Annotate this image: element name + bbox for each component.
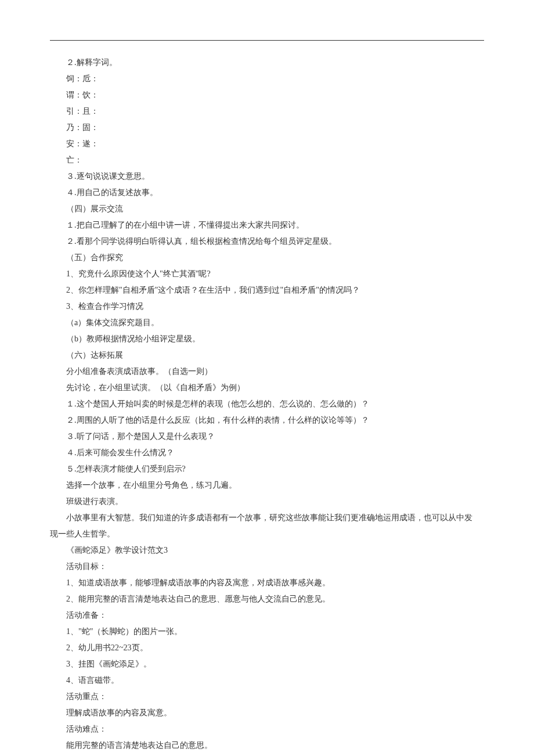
body-text: （b）教师根据情况给小组评定星级。 bbox=[50, 331, 484, 347]
body-text: ４.后来可能会发生什么情况？ bbox=[50, 445, 484, 461]
body-text: （a）集体交流探究题目。 bbox=[50, 315, 484, 331]
body-text: 2、能用完整的语言清楚地表达自己的意思、愿意与他人交流自己的意见。 bbox=[50, 591, 484, 607]
body-text: ５.怎样表演才能使人们受到启示? bbox=[50, 461, 484, 477]
body-text: 1、究竟什么原因使这个人"终亡其酒"呢? bbox=[50, 266, 484, 282]
body-text: 3、挂图《画蛇添足》。 bbox=[50, 656, 484, 672]
body-text: （六）达标拓展 bbox=[50, 347, 484, 363]
body-text: 1、知道成语故事，能够理解成语故事的内容及寓意，对成语故事感兴趣。 bbox=[50, 575, 484, 591]
body-text: 理解成语故事的内容及寓意。 bbox=[50, 705, 484, 721]
body-text: 3、检查合作学习情况 bbox=[50, 298, 484, 315]
body-text: ３.听了问话，那个楚国人又是什么表现？ bbox=[50, 429, 484, 445]
body-text-wrapped-second: 现一些人生哲学。 bbox=[50, 526, 484, 542]
body-text: 活动难点： bbox=[50, 721, 484, 737]
body-text: 班级进行表演。 bbox=[50, 494, 484, 510]
body-text: 活动过程： bbox=[50, 754, 484, 756]
body-text: １.把自己理解了的在小组中讲一讲，不懂得提出来大家共同探讨。 bbox=[50, 217, 484, 233]
body-text: ２.周围的人听了他的话是什么反应（比如，有什么样的表情，什么样的议论等等）？ bbox=[50, 412, 484, 429]
body-text-wrapped-first: 小故事里有大智慧。我们知道的许多成语都有一个故事，研究这些故事能让我们更准确地运… bbox=[50, 510, 484, 526]
body-text: ３.逐句说说课文意思。 bbox=[50, 168, 484, 185]
body-text: 能用完整的语言清楚地表达自己的意思。 bbox=[50, 737, 484, 754]
body-text: ４.用自己的话复述故事。 bbox=[50, 185, 484, 201]
body-text: 乃：固： bbox=[50, 120, 484, 136]
body-text: １.这个楚国人开始叫卖的时候是怎样的表现（他怎么想的、怎么说的、怎么做的）？ bbox=[50, 396, 484, 412]
body-text: 饲：卮： bbox=[50, 71, 484, 87]
body-text: 4、语言磁带。 bbox=[50, 672, 484, 689]
body-text: 活动准备： bbox=[50, 607, 484, 624]
body-text: 活动重点： bbox=[50, 689, 484, 705]
body-text: ２.解释字词。 bbox=[50, 55, 484, 71]
body-text: （四）展示交流 bbox=[50, 201, 484, 217]
header-underline bbox=[50, 39, 484, 41]
body-text: 2、幼儿用书22~23页。 bbox=[50, 640, 484, 656]
body-text: 引：且： bbox=[50, 103, 484, 120]
body-text: 安：遂： bbox=[50, 136, 484, 152]
body-text: ２.看那个同学说得明白听得认真，组长根据检查情况给每个组员评定星级。 bbox=[50, 233, 484, 250]
body-text: 谓：饮： bbox=[50, 87, 484, 103]
body-text: 先讨论，在小组里试演。（以《自相矛盾》为例） bbox=[50, 380, 484, 396]
body-text: 选择一个故事，在小组里分号角色，练习几遍。 bbox=[50, 477, 484, 494]
body-text: 分小组准备表演成语故事。（自选一则） bbox=[50, 363, 484, 380]
document-page: ２.解释字词。 饲：卮： 谓：饮： 引：且： 乃：固： 安：遂： 亡： ３.逐句… bbox=[0, 0, 534, 756]
body-text: 《画蛇添足》教学设计范文3 bbox=[50, 542, 484, 559]
body-text: 活动目标： bbox=[50, 559, 484, 575]
body-text: 1、"蛇"（长脚蛇）的图片一张。 bbox=[50, 624, 484, 640]
body-text: 2、你怎样理解"自相矛盾"这个成语？在生活中，我们遇到过"自相矛盾"的情况吗？ bbox=[50, 282, 484, 298]
body-text: 亡： bbox=[50, 152, 484, 168]
body-text: （五）合作探究 bbox=[50, 250, 484, 266]
